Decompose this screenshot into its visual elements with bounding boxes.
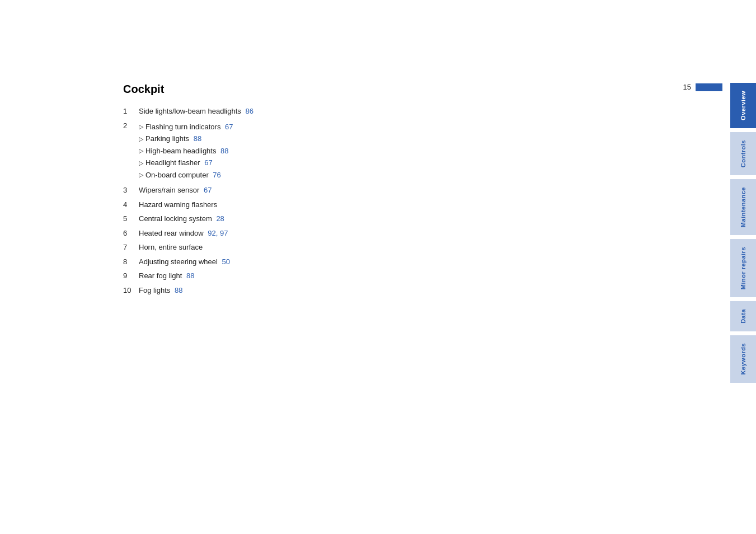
arrow-icon: ▷ [139, 170, 143, 180]
list-item: 4 Hazard warning flashers [123, 199, 627, 210]
sidebar-tabs: Overview Controls Maintenance Minor repa… [730, 83, 756, 383]
tab-controls-label: Controls [740, 132, 746, 175]
item-content: Horn, entire surface [139, 242, 203, 253]
tab-overview-label: Overview [740, 83, 746, 128]
toc-list: 1 Side lights/low-beam headlights 86 2 ▷… [123, 106, 627, 296]
list-item: 8 Adjusting steering wheel 50 [123, 256, 627, 268]
tab-minor-repairs[interactable]: Minor repairs [730, 239, 756, 298]
list-item: 2 ▷ Flashing turn indicators 67 ▷ Parkin… [123, 120, 627, 182]
page-ref[interactable]: 92, 97 [208, 229, 228, 237]
tab-keywords[interactable]: Keywords [730, 335, 756, 383]
list-item: 1 Side lights/low-beam headlights 86 [123, 106, 627, 117]
tab-controls[interactable]: Controls [730, 132, 756, 176]
section-title: Cockpit [123, 83, 627, 96]
list-item: 3 Wipers/rain sensor 67 [123, 185, 627, 196]
item-content: Wipers/rain sensor 67 [139, 185, 212, 196]
item-content: Fog lights 88 [139, 285, 182, 296]
sub-item: ▷ On-board computer 76 [139, 170, 233, 181]
page-ref[interactable]: 28 [216, 214, 224, 223]
tab-data-label: Data [740, 301, 746, 331]
item-content: Heated rear window 92, 97 [139, 228, 228, 239]
tab-overview[interactable]: Overview [730, 83, 756, 129]
list-item: 7 Horn, entire surface [123, 242, 627, 253]
page-ref[interactable]: 50 [222, 257, 230, 266]
sub-text: High-beam headlights 88 [145, 146, 229, 157]
item-content: Central locking system 28 [139, 213, 224, 224]
item-number: 7 [123, 242, 139, 253]
page-number-bar: 15 [683, 83, 722, 91]
item-content: ▷ Flashing turn indicators 67 ▷ Parking … [139, 120, 233, 182]
page-ref[interactable]: 67 [204, 158, 212, 167]
sub-list: ▷ Flashing turn indicators 67 ▷ Parking … [139, 121, 233, 181]
list-item: 9 Rear fog light 88 [123, 270, 627, 282]
item-number: 4 [123, 199, 139, 210]
item-number: 5 [123, 213, 139, 224]
tab-keywords-label: Keywords [740, 335, 746, 383]
list-item: 6 Heated rear window 92, 97 [123, 228, 627, 239]
item-content: Rear fog light 88 [139, 270, 194, 282]
item-content: Adjusting steering wheel 50 [139, 256, 230, 268]
item-number: 2 [123, 120, 139, 132]
item-number: 6 [123, 228, 139, 239]
page-ref[interactable]: 88 [175, 286, 182, 294]
page-ref[interactable]: 88 [186, 271, 194, 280]
tab-maintenance-label: Maintenance [740, 179, 746, 235]
item-content: Side lights/low-beam headlights 86 [139, 106, 253, 117]
arrow-icon: ▷ [139, 158, 143, 168]
sub-item: ▷ Parking lights 88 [139, 133, 233, 144]
page-number: 15 [683, 83, 691, 91]
page-bar-decoration [696, 83, 722, 91]
page-ref[interactable]: 76 [213, 171, 220, 179]
sub-text: Headlight flasher 67 [145, 157, 213, 168]
page-ref[interactable]: 67 [225, 123, 233, 131]
item-number: 3 [123, 185, 139, 196]
item-content: Hazard warning flashers [139, 199, 217, 210]
arrow-icon: ▷ [139, 146, 143, 156]
tab-minor-repairs-label: Minor repairs [740, 239, 746, 297]
sub-text: On-board computer 76 [145, 170, 221, 181]
arrow-icon: ▷ [139, 134, 143, 144]
page-ref[interactable]: 88 [220, 147, 228, 155]
page-ref[interactable]: 88 [194, 134, 201, 143]
sub-text: Flashing turn indicators 67 [145, 121, 233, 133]
tab-data[interactable]: Data [730, 301, 756, 332]
page-ref[interactable]: 86 [245, 107, 253, 115]
tab-maintenance[interactable]: Maintenance [730, 179, 756, 236]
list-item: 10 Fog lights 88 [123, 285, 627, 296]
sub-item: ▷ Flashing turn indicators 67 [139, 121, 233, 133]
sub-item: ▷ Headlight flasher 67 [139, 157, 233, 168]
item-number: 9 [123, 270, 139, 282]
item-number: 8 [123, 256, 139, 268]
main-content: Cockpit 1 Side lights/low-beam headlight… [123, 83, 627, 299]
sub-text: Parking lights 88 [145, 133, 201, 144]
arrow-icon: ▷ [139, 122, 143, 132]
list-item: 5 Central locking system 28 [123, 213, 627, 224]
item-number: 1 [123, 106, 139, 117]
sub-item: ▷ High-beam headlights 88 [139, 146, 233, 157]
item-number: 10 [123, 285, 139, 296]
page-ref[interactable]: 67 [204, 186, 212, 194]
